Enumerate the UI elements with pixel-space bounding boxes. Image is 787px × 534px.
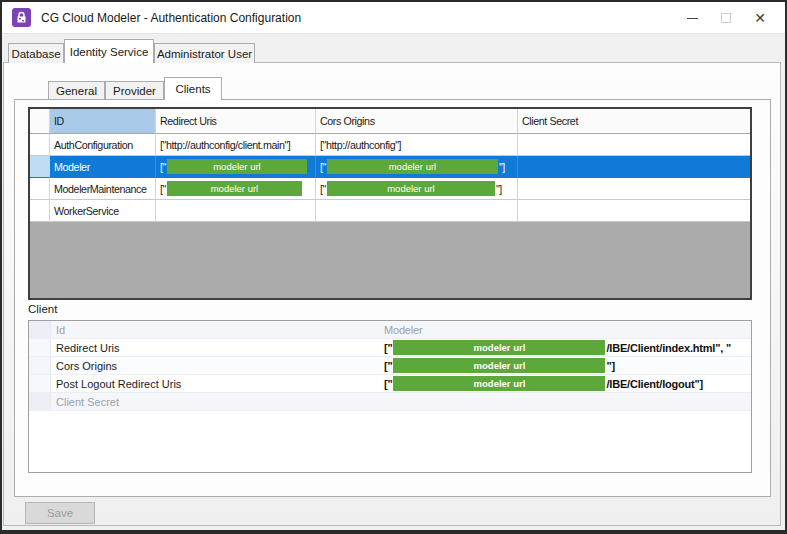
- value-text: /IBE/Client/index.html", ": [606, 342, 730, 354]
- close-button[interactable]: ✕: [743, 2, 777, 34]
- app-icon: [12, 8, 31, 27]
- cell-client-secret[interactable]: [518, 200, 750, 222]
- cell-client-secret[interactable]: [518, 134, 750, 156]
- post-logout-redirect-uris-field[interactable]: [" modeler url /IBE/Client/logout"]: [384, 376, 751, 391]
- cell-client-secret[interactable]: [518, 178, 750, 200]
- cell-cors-origins[interactable]: ["http://authconfig"]: [316, 134, 518, 156]
- cell-redirect-uris[interactable]: [" modeler url: [156, 178, 316, 200]
- grid-row-authconfiguration[interactable]: AuthConfiguration ["http://authconfig/cl…: [30, 134, 750, 156]
- cell-redirect-uris[interactable]: ["http://authconfig/client.main"]: [156, 134, 316, 156]
- redacted-modeler-url: modeler url: [393, 376, 605, 391]
- row-indent: [29, 321, 51, 338]
- tab-provider[interactable]: Provider: [105, 81, 164, 100]
- row-indent: [29, 357, 51, 374]
- value-text: [": [384, 360, 392, 372]
- field-label: Redirect Uris: [51, 342, 384, 354]
- row-selector[interactable]: [30, 156, 50, 178]
- grid-row-workerservice[interactable]: WorkerService: [30, 200, 750, 222]
- tab-general[interactable]: General: [48, 81, 105, 100]
- row-selector[interactable]: [30, 178, 50, 200]
- maximize-icon: [721, 13, 731, 23]
- field-label: Cors Origins: [51, 360, 384, 372]
- padlock-icon: [15, 11, 28, 24]
- field-label: Post Logout Redirect Uris: [51, 378, 384, 390]
- detail-row-redirect-uris: Redirect Uris [" modeler url /IBE/Client…: [29, 339, 751, 357]
- cell-id[interactable]: ModelerMaintenance: [50, 178, 156, 200]
- window-title: CG Cloud Modeler - Authentication Config…: [41, 11, 301, 25]
- cell-cors-origins[interactable]: [" modeler url "]: [316, 178, 518, 200]
- cell-redirect-uris[interactable]: [156, 200, 316, 222]
- column-header-client-secret[interactable]: Client Secret: [518, 109, 750, 134]
- column-header-redirect-uris[interactable]: Redirect Uris: [156, 109, 316, 134]
- detail-row-post-logout-redirect-uris: Post Logout Redirect Uris [" modeler url…: [29, 375, 751, 393]
- minimize-icon: [687, 18, 698, 19]
- cors-origins-field[interactable]: [" modeler url "]: [384, 358, 751, 373]
- save-button[interactable]: Save: [25, 502, 95, 524]
- row-selector[interactable]: [30, 200, 50, 222]
- cell-text: [": [320, 161, 326, 173]
- detail-row-cors-origins: Cors Origins [" modeler url "]: [29, 357, 751, 375]
- cell-text: [": [160, 183, 166, 195]
- cell-client-secret[interactable]: [518, 156, 750, 178]
- tab-identity-service[interactable]: Identity Service: [64, 39, 154, 63]
- redirect-uris-field[interactable]: [" modeler url /IBE/Client/index.html", …: [384, 340, 751, 355]
- cell-id[interactable]: WorkerService: [50, 200, 156, 222]
- tab-administrator-user[interactable]: Administrator User: [154, 43, 255, 63]
- cell-id[interactable]: AuthConfiguration: [50, 134, 156, 156]
- cell-text: [": [160, 161, 166, 173]
- client-panel-caption: Client: [28, 303, 57, 315]
- column-header-id[interactable]: ID: [50, 109, 156, 134]
- grid-row-modelermaintenance[interactable]: ModelerMaintenance [" modeler url [" mod…: [30, 178, 750, 200]
- redacted-modeler-url: modeler url: [327, 159, 498, 174]
- cell-text: "]: [496, 183, 502, 195]
- field-label: Client Secret: [51, 396, 384, 408]
- cell-text: [": [320, 183, 326, 195]
- value-text: [": [384, 378, 392, 390]
- field-label: Id: [51, 324, 384, 336]
- redacted-modeler-url: modeler url: [167, 181, 302, 196]
- title-bar: CG Cloud Modeler - Authentication Config…: [2, 2, 785, 34]
- redacted-modeler-url: modeler url: [167, 159, 307, 174]
- grid-corner-cell[interactable]: [30, 109, 50, 134]
- column-header-cors-origins[interactable]: Cors Origins: [316, 109, 518, 134]
- minimize-button[interactable]: [675, 2, 709, 34]
- app-window: CG Cloud Modeler - Authentication Config…: [0, 0, 787, 534]
- value-text: "]: [606, 360, 614, 372]
- client-detail-panel: Id Modeler Redirect Uris [" modeler url …: [28, 320, 752, 473]
- cell-id[interactable]: Modeler: [50, 156, 156, 178]
- grid-header-row: ID Redirect Uris Cors Origins Client Sec…: [30, 109, 750, 134]
- redacted-modeler-url: modeler url: [327, 181, 495, 196]
- value-text: /IBE/Client/logout"]: [606, 378, 703, 390]
- value-text: [": [384, 342, 392, 354]
- redacted-modeler-url: modeler url: [393, 340, 605, 355]
- detail-row-id: Id Modeler: [29, 321, 751, 339]
- cell-redirect-uris[interactable]: [" modeler url: [156, 156, 316, 178]
- close-icon: ✕: [754, 11, 766, 25]
- clients-grid: ID Redirect Uris Cors Origins Client Sec…: [28, 107, 752, 300]
- cell-cors-origins[interactable]: [316, 200, 518, 222]
- row-selector[interactable]: [30, 134, 50, 156]
- grid-row-modeler-selected[interactable]: Modeler [" modeler url [" modeler url "]: [30, 156, 750, 178]
- row-indent: [29, 393, 51, 410]
- tab-database[interactable]: Database: [8, 43, 64, 63]
- row-indent: [29, 339, 51, 356]
- maximize-button[interactable]: [709, 2, 743, 34]
- redacted-modeler-url: modeler url: [393, 358, 605, 373]
- detail-row-client-secret: Client Secret: [29, 393, 751, 411]
- tab-clients[interactable]: Clients: [164, 77, 222, 100]
- cell-text: "]: [499, 161, 505, 173]
- row-indent: [29, 375, 51, 392]
- id-value: Modeler: [384, 324, 751, 336]
- cell-cors-origins[interactable]: [" modeler url "]: [316, 156, 518, 178]
